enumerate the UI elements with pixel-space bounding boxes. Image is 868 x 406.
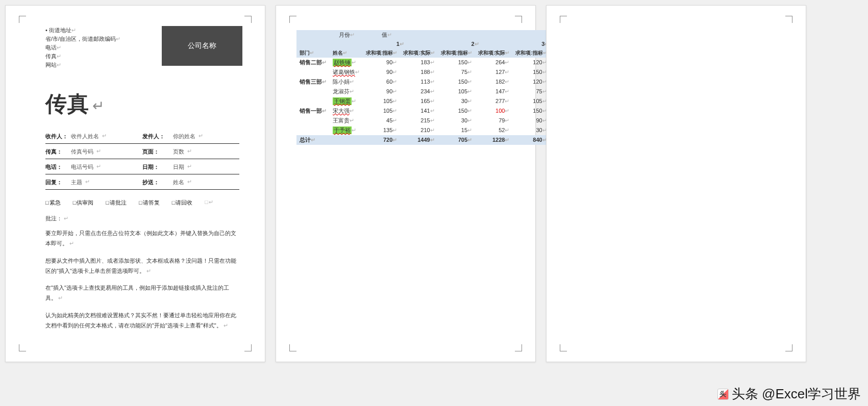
fax-title[interactable]: 传真↵ (45, 90, 239, 118)
watermark: 头 头条 @Excel学习世界 (717, 385, 861, 403)
watermark-text: 头条 @Excel学习世界 (732, 385, 861, 403)
total-v3: 1228 (492, 137, 505, 143)
address-phone: 电话 (45, 44, 57, 50)
total-label: 总计 (300, 137, 311, 143)
address-street: 街道地址 (49, 27, 71, 33)
address-fax: 传真 (45, 53, 57, 59)
page-3 (546, 5, 806, 362)
crop-mark (560, 344, 567, 351)
crop-mark (289, 16, 296, 23)
header-value: 值 (382, 32, 387, 38)
pivot-month-row: 1↵ 2↵ 3↵ (296, 40, 578, 48)
field-label-to: 收件人： (45, 133, 68, 140)
field-label-pages: 页面： (142, 148, 170, 156)
pivot-measure-row: 部门↵ 姓名↵ 求和项:指标↵ 求和项:实际↵ 求和项:指标↵ 求和项:实际↵ … (296, 48, 578, 58)
col-name: 姓名 (333, 50, 343, 56)
body-paragraph[interactable]: 要立即开始，只需点击任意占位符文本（例如此文本）并键入替换为自己的文本即可。 ↵ (45, 229, 239, 249)
comments-label: 批注： (45, 215, 62, 221)
body-paragraph[interactable]: 认为如此精美的文档很难设置格式？其实不然！要通过单击轻松地应用你在此文档中看到的… (45, 311, 239, 331)
header-month: 月份 (339, 32, 350, 38)
checkbox-item[interactable]: 请批注 (106, 199, 127, 207)
crop-mark (19, 16, 26, 23)
crop-mark (785, 344, 792, 351)
field-label-phone: 电话： (45, 163, 68, 171)
field-value-phone[interactable]: 电话号码 (71, 163, 93, 171)
table-row[interactable]: 王富贵↵45↵215↵30↵79↵90↵ (296, 116, 578, 125)
body-paragraph[interactable]: 在"插入"选项卡上查找更易用的工具，例如用于添加超链接或插入批注的工具。 ↵ (45, 283, 239, 303)
total-v0: 720 (383, 137, 392, 143)
col-target-2: 求和项:指标 (441, 50, 468, 56)
checkbox-item[interactable]: 供审阅 (73, 199, 94, 207)
table-row[interactable]: 销售三部↵陈小娟↵60↵113↵150↵182↵120↵ (296, 77, 578, 87)
paragraph-mark-icon: ↵ (92, 98, 105, 114)
comments-block[interactable]: 批注： ↵ 要立即开始，只需点击任意占位符文本（例如此文本）并键入替换为自己的文… (45, 215, 239, 331)
field-value-date[interactable]: 日期 (173, 163, 184, 171)
word-print-layout: 公司名称 街道地址↵ 省/市/自治区，街道邮政编码↵ 电话↵ 传真↵ 网站↵ 传… (0, 0, 868, 406)
crop-mark (289, 344, 296, 351)
checkbox-item[interactable]: 紧急 (45, 199, 61, 207)
page-2: 月份↵ 值↵ 1↵ 2↵ 3↵ 部门↵ 姓名↵ 求和项:指标↵ 求和项:实际↵ … (276, 5, 536, 362)
field-label-cc: 抄送： (142, 179, 170, 186)
fax-title-text: 传真 (45, 92, 89, 116)
crop-mark (515, 16, 522, 23)
crop-mark (244, 344, 252, 351)
total-v1: 1449 (417, 137, 430, 143)
total-v2: 705 (458, 137, 467, 143)
table-row[interactable]: 于予裕↵135↵210↵15↵52↵30↵2 (296, 125, 578, 135)
table-row[interactable]: 龙淑芬↵90↵234↵105↵147↵75↵ (296, 87, 578, 96)
field-value-pages[interactable]: 页数 (173, 148, 184, 156)
address-city: 省/市/自治区，街道邮政编码 (45, 36, 116, 42)
col-dept: 部门 (300, 50, 310, 56)
crop-mark (19, 344, 26, 351)
table-row[interactable]: 王钢蛋↵105↵165↵30↵277↵105↵1 (296, 96, 578, 106)
crop-mark (244, 16, 252, 23)
col-target-3: 求和项:指标 (515, 50, 542, 56)
field-value-re[interactable]: 主题 (71, 179, 82, 186)
total-v4: 840 (533, 137, 542, 143)
table-row[interactable]: 诸葛钢铁↵90↵188↵75↵127↵150↵ (296, 67, 578, 77)
field-label-fax: 传真： (45, 148, 68, 156)
checkbox-item[interactable]: 请回收 (172, 199, 193, 207)
crop-mark (785, 16, 792, 23)
table-row[interactable]: 销售一部↵宋大强↵105↵141↵150↵100↵150↵2 (296, 106, 578, 116)
field-label-re: 回复： (45, 179, 68, 186)
col-target-1: 求和项:指标 (366, 50, 393, 56)
table-row[interactable]: 销售二部↵赵铁锤↵90↵183↵150↵264↵120↵1 (296, 58, 578, 67)
col-actual-2: 求和项:实际 (478, 50, 505, 56)
field-value-to[interactable]: 收件人姓名 (71, 133, 99, 140)
checkbox-row[interactable]: 紧急供审阅请批注请答复请回收↵ (45, 195, 239, 207)
crop-mark (515, 344, 522, 351)
pivot-total-row: 总计↵ 720↵ 1449↵ 705↵ 1228↵ 840↵ 12 (296, 135, 578, 145)
address-web: 网站 (45, 62, 57, 68)
pivot-header-top: 月份↵ 值↵ (296, 30, 578, 40)
pivot-table[interactable]: 月份↵ 值↵ 1↵ 2↵ 3↵ 部门↵ 姓名↵ 求和项:指标↵ 求和项:实际↵ … (296, 30, 578, 145)
fax-fields[interactable]: 收件人：收件人姓名↵ 发件人：你的姓名↵ 传真：传真号码↵ 页面：页数↵ 电话：… (45, 132, 239, 207)
field-value-cc[interactable]: 姓名 (173, 179, 184, 186)
checkbox-item[interactable]: 请答复 (139, 199, 160, 207)
field-value-fax[interactable]: 传真号码 (71, 148, 93, 156)
body-paragraph[interactable]: 想要从文件中插入图片、或者添加形状、文本框或表格？没问题！只需在功能区的"插入"… (45, 256, 239, 276)
col-actual-1: 求和项:实际 (403, 50, 430, 56)
company-name-block[interactable]: 公司名称 (162, 26, 242, 66)
field-label-from: 发件人： (142, 133, 170, 140)
toutiao-icon: 头 (717, 389, 729, 400)
crop-mark (560, 16, 567, 23)
page-1: 公司名称 街道地址↵ 省/市/自治区，街道邮政编码↵ 电话↵ 传真↵ 网站↵ 传… (5, 5, 265, 362)
field-value-from[interactable]: 你的姓名 (173, 133, 195, 140)
field-label-date: 日期： (142, 163, 170, 171)
